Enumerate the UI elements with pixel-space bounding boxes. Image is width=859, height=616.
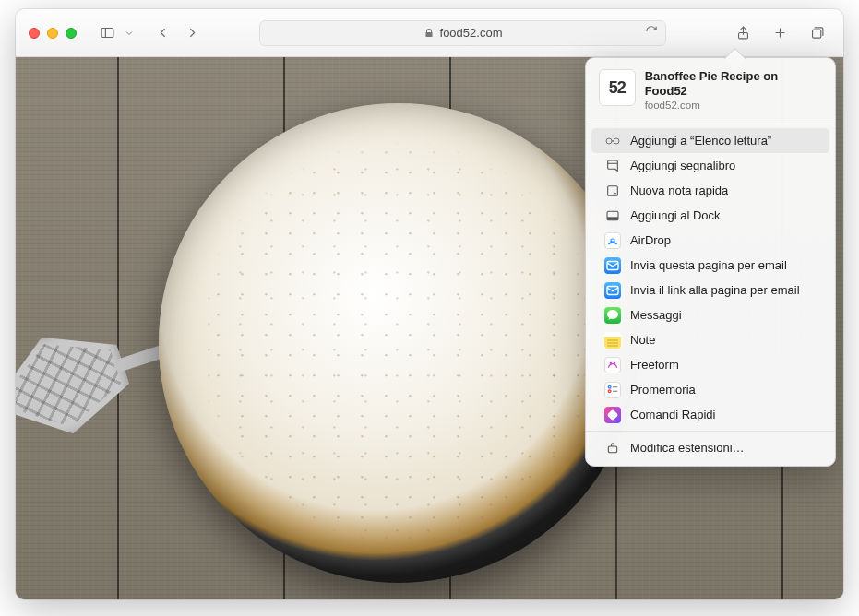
share-item-label: Freeform (630, 358, 679, 372)
lock-icon (424, 28, 435, 39)
svg-point-19 (614, 362, 614, 363)
forward-button[interactable] (178, 21, 206, 45)
separator (586, 124, 835, 124)
share-item-shortcuts[interactable]: Comandi Rapidi (591, 402, 829, 427)
mail-icon (604, 257, 621, 274)
airdrop-icon (604, 232, 621, 249)
address-bar[interactable]: food52.com (259, 20, 666, 46)
svg-point-20 (608, 385, 611, 388)
reminders-icon (604, 382, 621, 398)
shortcuts-icon (604, 407, 621, 423)
reading-list-icon (604, 133, 621, 149)
close-window-button[interactable] (29, 28, 40, 39)
share-item-notes[interactable]: Note (591, 327, 829, 352)
share-item-add-to-dock[interactable]: Aggiungi al Dock (591, 203, 829, 228)
share-item-bookmark[interactable]: Aggiungi segnalibro (591, 153, 829, 178)
share-item-quick-note[interactable]: Nuova nota rapida (591, 178, 829, 203)
sidebar-toggle-button[interactable] (93, 21, 121, 45)
messages-icon (604, 307, 621, 324)
sidebar-menu-chevron-icon[interactable] (121, 21, 137, 45)
share-item-email-link[interactable]: Invia il link alla pagina per email (591, 278, 829, 302)
share-item-label: Aggiungi a “Elenco lettura” (630, 134, 771, 148)
window-controls (29, 28, 77, 39)
new-tab-button[interactable] (766, 21, 793, 45)
reload-button[interactable] (645, 25, 658, 41)
site-favicon: 52 (599, 69, 636, 106)
svg-point-21 (608, 390, 611, 393)
minimize-window-button[interactable] (47, 28, 58, 39)
svg-rect-0 (101, 29, 113, 38)
share-item-edit-extensions[interactable]: Modifica estensioni… (591, 435, 829, 460)
share-popover: 52 Banoffee Pie Recipe on Food52 food52.… (585, 57, 836, 467)
share-item-airdrop[interactable]: AirDrop (591, 228, 829, 253)
svg-rect-5 (812, 30, 820, 38)
svg-rect-25 (608, 446, 616, 453)
tab-overview-button[interactable] (803, 21, 830, 45)
extension-icon (604, 440, 621, 456)
dock-icon (604, 207, 621, 224)
back-button[interactable] (149, 21, 176, 45)
svg-point-7 (614, 138, 619, 144)
svg-rect-11 (607, 217, 618, 219)
share-item-label: Modifica estensioni… (630, 441, 745, 455)
quick-note-icon (604, 183, 621, 199)
safari-window: food52.com 52 Banoffee (16, 9, 843, 599)
share-item-label: Aggiungi al Dock (630, 208, 721, 222)
svg-rect-9 (608, 185, 618, 195)
share-item-reminders[interactable]: Promemoria (591, 377, 829, 402)
share-subtitle: food52.com (645, 100, 822, 111)
share-button[interactable] (729, 21, 757, 45)
address-bar-text: food52.com (440, 26, 503, 40)
share-item-label: AirDrop (630, 233, 671, 247)
share-item-label: Invia il link alla pagina per email (630, 283, 800, 297)
share-item-freeform[interactable]: Freeform (591, 352, 829, 377)
pie-image (159, 103, 638, 583)
share-item-label: Promemoria (630, 383, 696, 397)
titlebar: food52.com (16, 9, 843, 57)
separator (586, 431, 835, 432)
mail-icon (604, 282, 621, 299)
svg-point-6 (606, 138, 612, 144)
fullscreen-window-button[interactable] (66, 28, 77, 39)
share-item-messages[interactable]: Messaggi (591, 302, 829, 327)
share-item-label: Messaggi (630, 308, 682, 322)
svg-rect-24 (607, 409, 619, 421)
share-item-label: Nuova nota rapida (630, 184, 728, 197)
share-item-email-page[interactable]: Invia questa pagina per email (591, 253, 829, 278)
share-title: Banoffee Pie Recipe on Food52 (645, 69, 822, 98)
notes-icon (604, 332, 621, 349)
share-item-reading-list[interactable]: Aggiungi a “Elenco lettura” (591, 128, 829, 153)
bookmark-icon (604, 158, 621, 174)
share-item-label: Aggiungi segnalibro (630, 159, 735, 172)
share-header: 52 Banoffee Pie Recipe on Food52 food52.… (586, 67, 835, 120)
share-item-label: Invia questa pagina per email (630, 258, 787, 272)
svg-point-18 (610, 362, 611, 363)
share-item-label: Note (630, 333, 655, 347)
share-item-label: Comandi Rapidi (630, 408, 716, 421)
freeform-icon (604, 357, 621, 373)
